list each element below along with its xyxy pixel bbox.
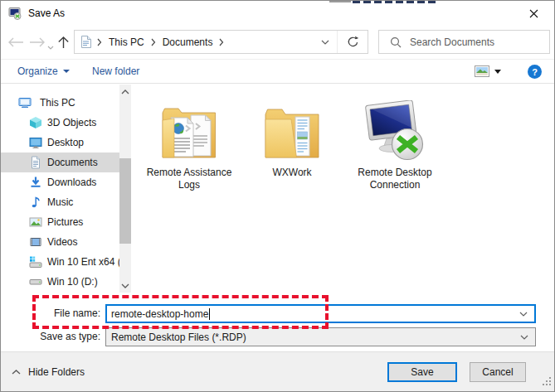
window-title: Save As bbox=[28, 7, 65, 19]
sidebar-item-label: Win 10 Ent x64 (C bbox=[47, 256, 119, 268]
up-button[interactable] bbox=[57, 36, 70, 51]
forward-arrow-icon bbox=[29, 37, 46, 47]
sidebar-item-label: This PC bbox=[40, 97, 75, 109]
navigation-pane: This PC 3D Objects Desktop Documents Dow… bbox=[1, 93, 119, 292]
sidebar-item-label: Documents bbox=[47, 157, 98, 168]
file-label: Remote Desktop Connection bbox=[346, 167, 444, 191]
sidebar-item-desktop[interactable]: Desktop bbox=[1, 133, 119, 152]
change-view-button[interactable] bbox=[475, 60, 501, 83]
rdp-app-icon bbox=[8, 7, 22, 20]
sidebar-item-label: Win 10 (D:) bbox=[47, 276, 98, 288]
file-label: Remote Assistance Logs bbox=[140, 167, 238, 191]
resize-grip[interactable] bbox=[543, 377, 552, 389]
refresh-button[interactable] bbox=[337, 31, 368, 53]
music-note-icon bbox=[29, 196, 42, 209]
sidebar-item-label: Desktop bbox=[47, 137, 84, 148]
sidebar-item-label: Pictures bbox=[47, 216, 83, 228]
file-list: Remote Assistance Logs WXW bbox=[134, 94, 444, 191]
close-icon bbox=[529, 9, 538, 18]
forward-button[interactable] bbox=[29, 37, 46, 50]
sidebar-item-3d-objects[interactable]: 3D Objects bbox=[1, 113, 119, 133]
document-location-icon bbox=[80, 36, 91, 48]
save-as-type-dropdown-button[interactable] bbox=[520, 335, 528, 340]
chevron-down-icon bbox=[321, 40, 329, 45]
navigation-bar: This PC Documents Search Documents bbox=[1, 26, 554, 59]
chevron-up-icon bbox=[121, 90, 129, 94]
save-as-type-select[interactable]: Remote Desktop Files (*.RDP) bbox=[105, 327, 536, 346]
help-button[interactable]: ? bbox=[528, 65, 542, 79]
file-name-label: File name: bbox=[1, 304, 100, 323]
file-label: WXWork bbox=[243, 167, 341, 179]
breadcrumb-chevron-icon bbox=[94, 38, 105, 46]
command-toolbar: Organize New folder ? bbox=[1, 59, 554, 84]
sidebar-scrollbar[interactable] bbox=[119, 85, 131, 293]
sidebar-item-label: Videos bbox=[47, 236, 77, 248]
new-folder-label: New folder bbox=[92, 65, 139, 77]
organize-label: Organize bbox=[17, 65, 58, 77]
folder-with-documents-icon bbox=[140, 94, 238, 162]
file-item-wxwork[interactable]: WXWork bbox=[243, 94, 341, 191]
chevron-up-icon bbox=[12, 370, 21, 375]
download-arrow-icon bbox=[29, 176, 42, 189]
sidebar-item-music[interactable]: Music bbox=[1, 192, 119, 212]
document-icon bbox=[29, 156, 42, 169]
sidebar-item-win10-d-drive[interactable]: Win 10 (D:) bbox=[1, 272, 119, 292]
sidebar-item-label: Music bbox=[47, 196, 73, 208]
scrollbar-thumb[interactable] bbox=[119, 158, 131, 244]
dropdown-arrow-icon bbox=[63, 70, 70, 73]
organize-button[interactable]: Organize bbox=[17, 60, 70, 83]
back-button[interactable] bbox=[7, 37, 24, 50]
up-arrow-icon bbox=[57, 36, 70, 49]
sidebar-item-pictures[interactable]: Pictures bbox=[1, 212, 119, 232]
file-item-remote-desktop-connection[interactable]: Remote Desktop Connection bbox=[346, 94, 444, 191]
close-button[interactable] bbox=[520, 2, 547, 24]
system-drive-icon bbox=[29, 255, 42, 269]
picture-icon bbox=[29, 215, 42, 229]
search-input[interactable]: Search Documents bbox=[378, 30, 550, 54]
history-dropdown-button[interactable] bbox=[47, 41, 54, 52]
sidebar-item-documents[interactable]: Documents bbox=[1, 152, 119, 172]
hide-folders-label: Hide Folders bbox=[28, 366, 85, 378]
save-as-dialog: Save As This PC Do bbox=[0, 0, 555, 392]
sidebar-item-win10-c-drive[interactable]: Win 10 Ent x64 (C bbox=[1, 252, 119, 272]
file-item-remote-assistance-logs[interactable]: Remote Assistance Logs bbox=[140, 94, 238, 191]
chevron-down-icon bbox=[121, 283, 129, 288]
remote-desktop-icon bbox=[346, 94, 444, 162]
sidebar-item-videos[interactable]: Videos bbox=[1, 232, 119, 252]
text-caret bbox=[209, 308, 210, 320]
desktop-icon bbox=[29, 136, 42, 149]
sidebar-item-this-pc[interactable]: This PC bbox=[1, 93, 119, 113]
address-bar[interactable]: This PC Documents bbox=[74, 30, 368, 54]
breadcrumb-this-pc[interactable]: This PC bbox=[105, 36, 148, 48]
breadcrumb-documents[interactable]: Documents bbox=[159, 36, 217, 48]
scroll-down-button[interactable] bbox=[119, 279, 131, 292]
file-name-dropdown-button[interactable] bbox=[519, 312, 528, 317]
film-strip-icon bbox=[29, 235, 42, 249]
title-bar[interactable]: Save As bbox=[1, 1, 554, 26]
sidebar-item-label: 3D Objects bbox=[47, 117, 96, 128]
file-name-value: remote-desktop-home bbox=[111, 308, 208, 320]
3d-cube-icon bbox=[29, 116, 42, 129]
view-thumbnail-icon bbox=[475, 65, 489, 77]
search-icon bbox=[390, 36, 402, 48]
folder-with-files-icon bbox=[243, 94, 341, 162]
computer-icon bbox=[18, 96, 32, 109]
save-button[interactable]: Save bbox=[387, 362, 457, 382]
breadcrumb-chevron-icon bbox=[216, 38, 227, 46]
dialog-footer: Hide Folders Save Cancel bbox=[1, 351, 554, 391]
file-name-input[interactable]: remote-desktop-home bbox=[105, 304, 536, 323]
cancel-button[interactable]: Cancel bbox=[470, 362, 526, 382]
address-dropdown-button[interactable] bbox=[314, 31, 337, 53]
dropdown-arrow-icon bbox=[494, 70, 501, 74]
back-arrow-icon bbox=[7, 37, 24, 47]
new-folder-button[interactable]: New folder bbox=[92, 60, 139, 83]
refresh-icon bbox=[347, 36, 359, 48]
sidebar-item-downloads[interactable]: Downloads bbox=[1, 172, 119, 192]
save-as-type-value: Remote Desktop Files (*.RDP) bbox=[111, 332, 246, 343]
hide-folders-button[interactable]: Hide Folders bbox=[12, 363, 85, 381]
chevron-down-icon bbox=[47, 46, 54, 50]
chevron-down-icon bbox=[520, 335, 528, 340]
drive-icon bbox=[29, 275, 42, 288]
breadcrumb-chevron-icon bbox=[148, 38, 159, 46]
scroll-up-button[interactable] bbox=[119, 85, 131, 98]
